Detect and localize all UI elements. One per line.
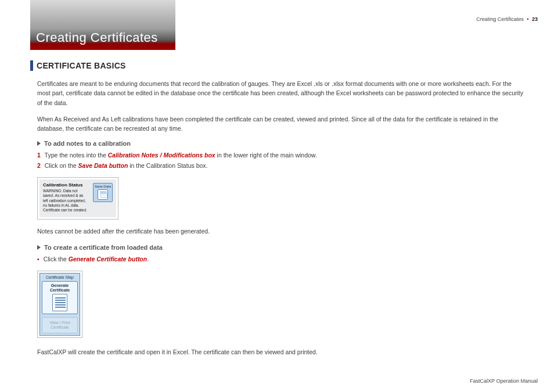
procedure-heading: To create a certificate from loaded data [37, 244, 525, 251]
screenshot-calibration-status: Calibration Status WARNING: Data not sav… [37, 177, 118, 220]
step-number: 2 [37, 162, 41, 169]
generate-certificate-button[interactable]: Generate Certificate [42, 281, 78, 314]
view-print-certificate-button[interactable]: View / Print Certificate [42, 317, 78, 333]
section-header: CERTIFICATE BASICS [30, 60, 525, 71]
floppy-disk-icon [98, 189, 108, 200]
screenshot-certificate-step: Certificate Step Generate Certificate Vi… [37, 271, 82, 338]
save-data-label: Save Data [93, 185, 112, 188]
bullet-icon: ▪ [37, 256, 39, 262]
step: 2 Click on the Save Data button in the C… [37, 162, 525, 169]
bullet-icon: • [525, 16, 530, 22]
running-head-section: Creating Certificates [476, 16, 524, 22]
ui-reference: Generate Certificate button [69, 256, 147, 262]
section-accent-bar [30, 60, 33, 71]
section-title: CERTIFICATE BASICS [37, 61, 126, 70]
step-text: in the Calibration Status box. [129, 162, 207, 169]
chapter-title: Creating Certificates [36, 30, 158, 45]
panel-title: Certificate Step [42, 275, 78, 279]
save-data-button[interactable]: Save Data [93, 183, 113, 202]
paragraph: When As Received and As Left calibration… [30, 114, 525, 134]
step-text: in the lower right of the main window. [217, 152, 317, 159]
step-text: . [147, 256, 149, 262]
button-label: View / Print [44, 321, 76, 325]
step-text: Type the notes into the [45, 152, 108, 159]
page-content: CERTIFICATE BASICS Certificates are mean… [30, 60, 525, 364]
ui-reference: Save Data button [78, 162, 128, 169]
footer-manual-title: FastCalXP Operation Manual [470, 378, 538, 384]
paragraph: Certificates are meant to be enduring do… [30, 79, 525, 107]
certificate-step-panel: Certificate Step Generate Certificate Vi… [39, 273, 80, 336]
procedure-heading: To add notes to a calibration [37, 140, 525, 147]
triangle-icon [37, 141, 41, 146]
paragraph: FastCalXP will create the certificate an… [30, 347, 525, 357]
document-icon [52, 294, 67, 311]
page-number: 23 [532, 16, 538, 22]
button-label: Generate [44, 283, 76, 288]
step: ▪ Click the Generate Certificate button. [37, 256, 525, 262]
procedure-title: To create a certificate from loaded data [44, 244, 163, 251]
chapter-banner: Creating Certificates [30, 0, 175, 50]
step-number: 1 [37, 152, 41, 159]
step: 1 Type the notes into the Calibration No… [37, 152, 525, 159]
calibration-status-panel: Calibration Status WARNING: Data not sav… [39, 179, 116, 217]
panel-body-text: WARNING: Data not saved. As received & a… [43, 189, 88, 213]
step-text: Click the [44, 256, 69, 262]
ui-reference: Calibration Notes / Modifications box [108, 152, 215, 159]
procedure-title: To add notes to a calibration [44, 140, 131, 147]
triangle-icon [37, 245, 41, 250]
note-text: Notes cannot be added after the certific… [37, 228, 525, 235]
running-head: Creating Certificates • 23 [476, 16, 538, 22]
button-label: Certificate [44, 325, 76, 330]
step-text: Click on the [45, 162, 78, 169]
button-label: Certificate [44, 288, 76, 293]
